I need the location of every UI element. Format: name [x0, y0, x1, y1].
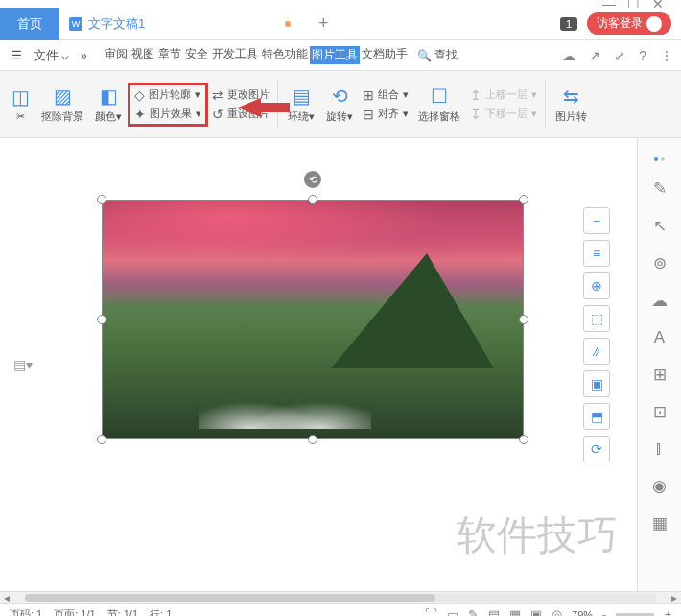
menu-bar: ☰ 文件 ⌵ » 审阅 视图 章节 安全 开发工具 特色功能 图片工具 文档助手…	[0, 40, 681, 71]
float-crop[interactable]: ⫽	[583, 338, 610, 365]
status-page: 页面: 1/1	[54, 607, 95, 616]
menu-chapter[interactable]: 章节	[156, 46, 183, 64]
view-fullscreen-icon[interactable]: ⛶	[425, 607, 437, 616]
resize-handle-ml[interactable]	[97, 315, 106, 324]
status-page-code: 页码: 1	[10, 607, 42, 616]
view-outline-icon[interactable]: ▦	[509, 607, 521, 616]
change-icon: ⇄	[212, 87, 223, 103]
left-gutter: ▤▾	[0, 138, 46, 591]
wrap-icon: ▤	[293, 84, 311, 107]
effects-button[interactable]: ✦图片效果▾	[134, 107, 201, 122]
move-down-button: ↧下移一层▾	[470, 107, 537, 122]
menu-review[interactable]: 审阅	[103, 46, 129, 64]
settings-tool-icon[interactable]: ◉	[652, 476, 667, 496]
zoom-level[interactable]: 79%	[572, 609, 593, 617]
watermark-text: 软件技巧	[457, 509, 618, 562]
floating-toolbar: − ≡ ⊕ ⬚ ⫽ ▣ ⬒ ⟳	[583, 207, 612, 462]
effects-group-highlighted: ◇图片轮廓▾ ✦图片效果▾	[128, 83, 208, 127]
resize-handle-bl[interactable]	[97, 435, 106, 444]
grid-tool-icon[interactable]: ⊡	[653, 402, 667, 422]
resize-handle-tm[interactable]	[308, 195, 317, 204]
view-eye-icon[interactable]: ◎	[552, 607, 562, 616]
menu-features[interactable]: 特色功能	[260, 46, 310, 64]
status-section: 节: 1/1	[107, 607, 138, 616]
status-bar: 页码: 1 页面: 1/1 节: 1/1 行: 1 ⛶ ▭ ✎ ▤ ▦ ▣ ◎ …	[0, 603, 681, 616]
resize-handle-br[interactable]	[519, 435, 528, 444]
crop-button[interactable]: ◫ ✂	[6, 76, 35, 133]
hamburger-icon[interactable]: ☰	[8, 47, 26, 64]
resize-handle-bm[interactable]	[308, 435, 317, 444]
sidebar-pager[interactable]	[654, 157, 665, 161]
rotate-button[interactable]: ⟲ 旋转▾	[320, 76, 359, 133]
view-page-icon[interactable]: ▤	[488, 607, 500, 616]
view-read-icon[interactable]: ▭	[447, 607, 458, 616]
text-tool-icon[interactable]: A	[654, 328, 665, 347]
share-icon[interactable]: ↗	[589, 48, 600, 63]
zoom-out-button[interactable]: -	[602, 607, 606, 616]
more-tool-icon[interactable]: ▦	[652, 513, 668, 533]
annotation-arrow-icon	[238, 98, 261, 117]
outline-toggle-icon[interactable]: ▤▾	[13, 357, 33, 372]
view-edit-icon[interactable]: ✎	[468, 607, 479, 616]
tab-home[interactable]: 首页	[0, 8, 59, 40]
convert-button[interactable]: ⇆ 图片转	[550, 76, 593, 133]
float-layout[interactable]: ≡	[583, 240, 610, 267]
expand-icon[interactable]: ⤢	[614, 48, 625, 63]
outline-button[interactable]: ◇图片轮廓▾	[134, 87, 201, 103]
menu-picture-tools[interactable]: 图片工具	[310, 46, 360, 64]
selected-image[interactable]: ⟲	[102, 200, 524, 439]
color-button[interactable]: ◧ 颜色▾	[89, 76, 128, 133]
rotate-handle[interactable]: ⟲	[304, 171, 321, 188]
effects-icon: ✦	[134, 107, 146, 122]
cursor-tool-icon[interactable]: ↖	[653, 216, 667, 236]
pen-tool-icon[interactable]: ✎	[653, 178, 667, 199]
document-canvas[interactable]: ⟲ − ≡ ⊕ ⬚ ⫽ ▣ ⬒ ⟳ 软件技巧	[46, 138, 637, 591]
select-pane-button[interactable]: ☐ 选择窗格	[412, 76, 466, 133]
help-icon[interactable]: ?	[639, 48, 646, 63]
float-zoom-out[interactable]: −	[583, 207, 610, 234]
float-fit[interactable]: ⬚	[583, 305, 610, 332]
tab-document[interactable]: W 文字文稿1	[59, 8, 310, 40]
view-web-icon[interactable]: ▣	[530, 607, 542, 616]
cloud-tool-icon[interactable]: ☁	[651, 291, 668, 311]
chart-tool-icon[interactable]: ⫿	[655, 439, 664, 459]
resize-handle-tl[interactable]	[97, 195, 106, 204]
menu-overflow[interactable]: »	[77, 47, 91, 64]
remove-bg-button[interactable]: ▨ 抠除背景	[35, 76, 89, 133]
convert-icon: ⇆	[563, 84, 579, 107]
down-icon: ↧	[470, 107, 481, 122]
doc-icon: W	[69, 17, 82, 31]
tab-add-button[interactable]: +	[310, 11, 337, 37]
menu-security[interactable]: 安全	[183, 46, 210, 64]
cloud-icon[interactable]: ☁	[562, 48, 575, 63]
file-menu[interactable]: 文件 ⌵	[30, 45, 73, 66]
target-tool-icon[interactable]: ⊚	[653, 253, 667, 273]
notification-badge[interactable]: 1	[560, 17, 577, 31]
group-icon: ⊞	[363, 87, 374, 103]
group-button[interactable]: ⊞组合▾	[363, 87, 409, 103]
float-effect[interactable]: ⬒	[583, 403, 610, 430]
resize-handle-tr[interactable]	[519, 195, 528, 204]
horizontal-scrollbar[interactable]: ◂ ▸	[0, 591, 681, 603]
color-icon: ◧	[100, 84, 118, 107]
more-icon[interactable]: ⋮	[660, 48, 673, 63]
reset-icon: ↺	[212, 107, 223, 122]
menu-doc-helper[interactable]: 文档助手	[360, 46, 410, 64]
login-button[interactable]: 访客登录	[587, 12, 671, 35]
align-icon: ⊟	[363, 107, 374, 122]
menu-devtools[interactable]: 开发工具	[210, 46, 260, 64]
align-button[interactable]: ⊟对齐▾	[363, 107, 409, 122]
resize-handle-mr[interactable]	[519, 315, 528, 324]
image-content	[102, 200, 524, 439]
crop-icon: ◫	[12, 85, 30, 108]
up-icon: ↥	[470, 87, 481, 103]
table-tool-icon[interactable]: ⊞	[653, 365, 667, 385]
menu-view[interactable]: 视图	[129, 46, 156, 64]
float-rotate[interactable]: ⟳	[583, 436, 610, 462]
zoom-in-button[interactable]: +	[664, 607, 671, 616]
tab-bar: 首页 W 文字文稿1 + 1 访客登录	[0, 8, 681, 40]
float-select[interactable]: ▣	[583, 370, 610, 397]
float-zoom-in[interactable]: ⊕	[583, 272, 610, 299]
search-button[interactable]: 🔍 查找	[413, 45, 461, 65]
scrollbar-thumb[interactable]	[25, 594, 435, 602]
